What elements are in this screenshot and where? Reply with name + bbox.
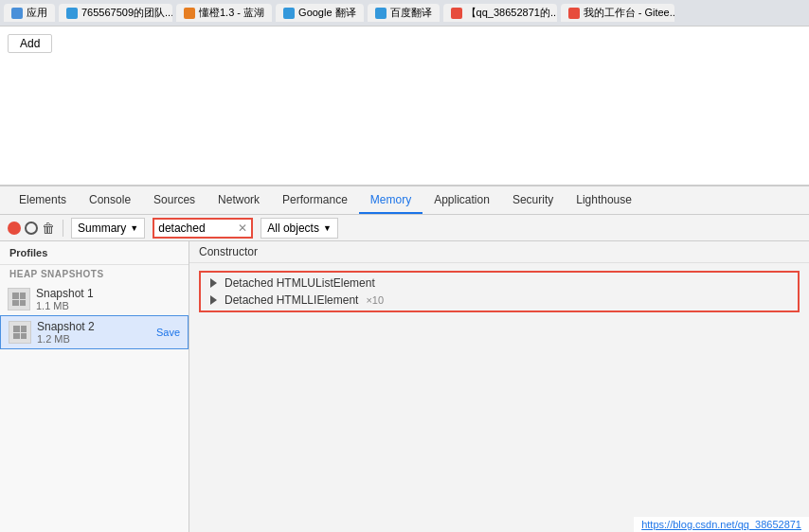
- content-panel: Constructor Detached HTMLUListElement De…: [189, 241, 809, 532]
- snapshot-item-1[interactable]: Snapshot 1 1.1 MB: [0, 283, 189, 315]
- devtools-body: Profiles HEAP SNAPSHOTS Snapshot 1 1.1 M…: [0, 241, 809, 532]
- tab-console[interactable]: Console: [78, 187, 142, 214]
- snapshot-icon-cell: [12, 293, 19, 299]
- tab-favicon-csdn: [451, 8, 462, 19]
- constructor-label-1: Detached HTMLUListElement: [225, 276, 375, 290]
- tab-memory[interactable]: Memory: [359, 187, 422, 214]
- constructor-label-2: Detached HTMLLIElement: [225, 293, 358, 307]
- constructor-list: Detached HTMLUListElement Detached HTMLL…: [189, 263, 809, 320]
- snapshot-info-1: Snapshot 1 1.1 MB: [36, 287, 181, 311]
- tab-csdn[interactable]: 【qq_38652871的...: [443, 4, 557, 22]
- tab-team[interactable]: 765567509的团队...: [59, 4, 172, 22]
- tab-application[interactable]: Application: [422, 187, 501, 214]
- tab-label-csdn: 【qq_38652871的...: [466, 6, 557, 20]
- snapshot-icon-cell: [21, 326, 27, 332]
- constructor-item-2[interactable]: Detached HTMLLIElement ×10: [201, 292, 798, 309]
- multiplier-2: ×10: [366, 294, 384, 306]
- snapshot-size-1: 1.1 MB: [36, 300, 181, 311]
- tab-label-baidu: 百度翻译: [390, 6, 432, 20]
- constructor-header: Constructor: [189, 241, 809, 263]
- snapshot-info-2: Snapshot 2 1.2 MB: [37, 320, 151, 345]
- expand-icon-2: [210, 295, 217, 305]
- objects-chevron-icon: ▼: [323, 223, 332, 233]
- snapshot-icon-cell: [20, 293, 27, 299]
- snapshot-icon-grid-1: [12, 293, 26, 306]
- tab-elements[interactable]: Elements: [8, 187, 78, 214]
- snapshot-icon-cell: [20, 300, 27, 307]
- status-url: https://blog.csdn.net/qq_38652871: [641, 519, 801, 530]
- constructor-items-box: Detached HTMLUListElement Detached HTMLL…: [199, 271, 800, 312]
- toolbar-icons: 🗑: [8, 221, 55, 236]
- tab-favicon-google: [283, 8, 295, 19]
- snapshot-icon-cell: [13, 326, 20, 332]
- snapshot-item-2[interactable]: Snapshot 2 1.2 MB Save: [0, 315, 189, 349]
- snapshot-name-1: Snapshot 1: [36, 287, 181, 300]
- record-icon[interactable]: [8, 222, 21, 235]
- filter-input[interactable]: [158, 222, 234, 235]
- tab-sources[interactable]: Sources: [142, 187, 207, 214]
- stop-icon[interactable]: [25, 222, 38, 235]
- devtools-toolbar: 🗑 Summary ▼ ✕ All objects ▼: [0, 215, 809, 241]
- main-page-area: Add: [0, 27, 809, 186]
- filter-clear-icon[interactable]: ✕: [238, 222, 247, 235]
- tab-security[interactable]: Security: [501, 187, 565, 214]
- tab-performance[interactable]: Performance: [271, 187, 359, 214]
- clear-icon[interactable]: 🗑: [42, 221, 55, 236]
- snapshot-save-button[interactable]: Save: [156, 327, 180, 338]
- summary-dropdown[interactable]: Summary ▼: [71, 218, 145, 239]
- objects-label: All objects: [267, 222, 319, 235]
- tab-favicon-orange: [184, 8, 195, 19]
- tab-label-google: Google 翻译: [298, 6, 356, 20]
- snapshot-icon-cell: [13, 333, 20, 340]
- objects-dropdown[interactable]: All objects ▼: [261, 218, 338, 239]
- tab-label-app: 应用: [27, 6, 47, 20]
- heap-snapshots-section: HEAP SNAPSHOTS: [0, 265, 189, 283]
- tab-favicon-baidu: [375, 8, 387, 19]
- tab-label-team: 765567509的团队...: [81, 6, 172, 20]
- snapshot-icon-2: [9, 321, 31, 344]
- expand-icon-1: [210, 278, 217, 288]
- snapshot-icon-cell: [12, 300, 19, 307]
- profiles-header: Profiles: [0, 241, 189, 265]
- tab-app[interactable]: 应用: [4, 4, 55, 22]
- tab-favicon-gitee: [568, 8, 580, 19]
- tab-label-orange: 懂橙1.3 - 蓝湖: [199, 6, 264, 20]
- tab-favicon-app: [11, 8, 23, 19]
- tab-network[interactable]: Network: [207, 187, 271, 214]
- chevron-down-icon: ▼: [130, 223, 138, 233]
- snapshot-name-2: Snapshot 2: [37, 320, 151, 333]
- summary-label: Summary: [78, 222, 126, 235]
- devtools-panel: Elements Console Sources Network Perform…: [0, 186, 809, 532]
- tab-favicon-team: [66, 8, 78, 19]
- filter-input-wrapper[interactable]: ✕: [153, 218, 253, 239]
- status-bar: https://blog.csdn.net/qq_38652871: [634, 517, 809, 532]
- snapshot-icon-cell: [21, 333, 27, 340]
- tab-orange[interactable]: 懂橙1.3 - 蓝湖: [176, 4, 272, 22]
- tab-google[interactable]: Google 翻译: [276, 4, 364, 22]
- tab-label-gitee: 我的工作台 - Gitee...: [584, 6, 674, 20]
- browser-tab-bar: 应用 765567509的团队... 懂橙1.3 - 蓝湖 Google 翻译 …: [0, 0, 809, 27]
- snapshot-icon-grid-2: [13, 326, 27, 339]
- tab-lighthouse[interactable]: Lighthouse: [565, 187, 643, 214]
- tab-gitee[interactable]: 我的工作台 - Gitee...: [561, 4, 674, 22]
- tab-baidu[interactable]: 百度翻译: [368, 4, 440, 22]
- snapshot-icon-1: [8, 288, 30, 310]
- snapshot-size-2: 1.2 MB: [37, 333, 151, 345]
- add-button[interactable]: Add: [8, 34, 52, 53]
- toolbar-separator: [63, 220, 63, 237]
- devtools-sidebar: Profiles HEAP SNAPSHOTS Snapshot 1 1.1 M…: [0, 241, 189, 532]
- devtools-tab-bar: Elements Console Sources Network Perform…: [0, 186, 809, 215]
- constructor-item-1[interactable]: Detached HTMLUListElement: [201, 275, 798, 292]
